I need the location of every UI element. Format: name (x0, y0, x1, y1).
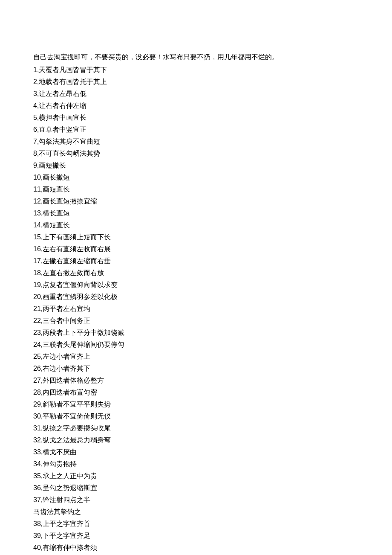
list-item: 8,不可直长勾衂法其势 (33, 148, 359, 160)
list-item: 22,三合者中间务正 (33, 315, 359, 327)
list-item: 35,承上之人正中为贵 (33, 470, 359, 482)
list-item: 29,斜勒者不宜平平则失势 (33, 398, 359, 410)
list-item: 38,上平之字宜齐首 (33, 518, 359, 530)
list-item: 3,让左者左昂右低 (33, 88, 359, 100)
list-item: 37,锋注射四点之半 (33, 494, 359, 506)
list-container: 1,天覆者凡画皆冒于其下2,地载者有画皆托于其上3,让左者左昂右低4,让右者右伸… (33, 64, 359, 554)
list-item: 23,两段者上下平分中微加饶减 (33, 327, 359, 339)
list-item: 30,平勒者不宜倚倚则无仪 (33, 410, 359, 422)
list-item: 17,左撇右直须左缩而右垂 (33, 255, 359, 267)
list-item: 9,画短撇长 (33, 160, 359, 171)
list-item: 16,左右有直须左收而右展 (33, 243, 359, 255)
list-item: 20,画重者宜鳞羽参差以化极 (33, 291, 359, 303)
list-item: 33,横戈不厌曲 (33, 446, 359, 458)
list-item: 12,画长直短撇捺宜缩 (33, 195, 359, 207)
list-item: 15,上下有画须上短而下长 (33, 231, 359, 243)
list-item: 2,地载者有画皆托于其上 (33, 76, 359, 88)
list-item: 马齿法其拏钩之 (33, 506, 359, 518)
list-item: 34,伸勾贵抱持 (33, 458, 359, 470)
list-item: 18,左直右撇左敛而右放 (33, 267, 359, 279)
list-item: 5,横担者中画宜长 (33, 112, 359, 124)
list-item: 31,纵捺之字必要攒头收尾 (33, 422, 359, 434)
intro-text: 自己去淘宝搜即可，不要买贵的，没必要！水写布只要不扔，用几年都用不烂的。 (33, 51, 359, 63)
list-item: 28,内四迭者布置匀密 (33, 386, 359, 398)
list-item: 19,点复者宜偃仰向背以求变 (33, 279, 359, 291)
list-item: 4,让右者右伸左缩 (33, 100, 359, 112)
list-item: 21,两平者左右宜均 (33, 303, 359, 315)
list-item: 25,左边小者宜齐上 (33, 351, 359, 363)
list-item: 10,画长撇短 (33, 171, 359, 183)
list-item: 13,横长直短 (33, 207, 359, 219)
list-item: 14,横短直长 (33, 219, 359, 231)
list-item: 32,纵戈之法最忌力弱身弯 (33, 434, 359, 446)
list-item: 6,直卓者中竖宜正 (33, 124, 359, 136)
list-item: 7,勾拏法其身不宜曲短 (33, 136, 359, 148)
list-item: 39,下平之字宜齐足 (33, 530, 359, 542)
list-item: 26,右边小者齐其下 (33, 363, 359, 375)
list-item: 24,三联者头尾伸缩间仍要停匀 (33, 339, 359, 351)
list-item: 11,画短直长 (33, 183, 359, 195)
list-item: 1,天覆者凡画皆冒于其下 (33, 64, 359, 76)
list-item: 36,呈勾之势退缩斯宜 (33, 482, 359, 494)
list-item: 27,外四迭者体格必整方 (33, 375, 359, 386)
list-item: 40,有缩有伸中捺者须 (33, 542, 359, 554)
